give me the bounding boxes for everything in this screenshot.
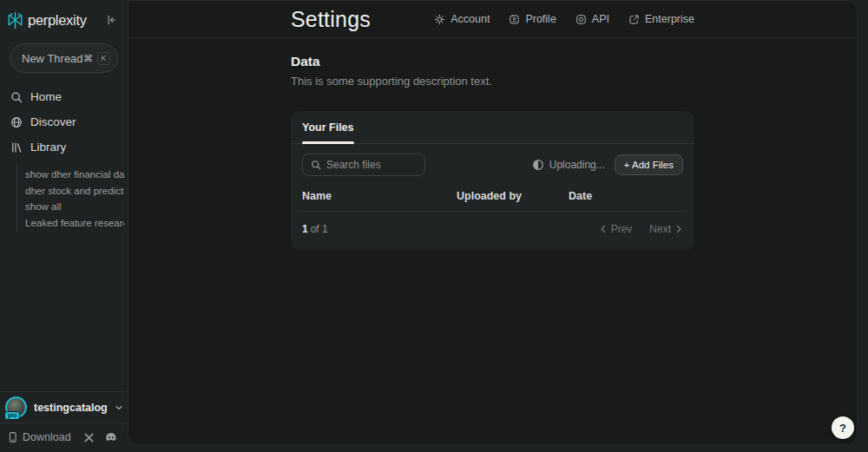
sidebar-item-discover[interactable]: Discover — [0, 109, 128, 134]
sidebar-item-label: Discover — [30, 115, 76, 128]
new-thread-label: New Thread — [22, 52, 83, 65]
active-tab-underline — [302, 141, 354, 144]
tab-label: Enterprise — [645, 13, 694, 25]
page-info: 1of 1 — [302, 223, 328, 235]
sidebar-item-label: Library — [30, 141, 66, 154]
main-panel: Settings Account — [128, 0, 858, 445]
page-count: of 1 — [311, 223, 328, 235]
search-icon — [311, 160, 321, 170]
thread-item[interactable]: show all — [25, 199, 124, 215]
next-page-button[interactable]: Next — [649, 223, 683, 235]
tab-profile[interactable]: Profile — [509, 13, 556, 25]
brand-wordmark[interactable]: perplexity — [28, 12, 87, 29]
page-title: Settings — [291, 7, 371, 32]
sidebar-nav: Home Discover Library — [0, 84, 128, 160]
avatar: pro — [5, 396, 27, 418]
files-controls: Uploading... + Add Files — [291, 144, 694, 185]
brand-row: perplexity — [0, 7, 128, 33]
files-table-header: Name Uploaded by Date — [291, 185, 694, 211]
prev-label: Prev — [611, 223, 633, 235]
add-files-button[interactable]: + Add Files — [615, 154, 683, 175]
chevron-down-icon — [115, 403, 123, 412]
sidebar-item-label: Home — [30, 90, 62, 103]
next-label: Next — [649, 223, 671, 235]
tab-your-files[interactable]: Your Files — [302, 111, 354, 143]
uploading-label: Uploading... — [549, 159, 605, 171]
cmd-key: ⌘ — [83, 53, 93, 64]
tab-enterprise[interactable]: Enterprise — [628, 13, 694, 25]
uploading-status: Uploading... — [532, 159, 605, 171]
sidebar-footer: Download — [0, 423, 128, 452]
uploading-progress-icon — [532, 159, 544, 171]
profile-card-icon — [509, 14, 520, 25]
files-card: Your Files — [291, 111, 694, 250]
section-title: Data — [291, 54, 694, 69]
settings-body: Data This is some supporting description… — [128, 38, 857, 250]
chevron-left-icon — [599, 225, 608, 233]
tab-label: Account — [450, 13, 490, 25]
help-button[interactable]: ? — [832, 416, 854, 439]
x-twitter-icon[interactable] — [84, 433, 94, 442]
download-label: Download — [23, 431, 71, 443]
keyboard-shortcut: ⌘ K — [83, 52, 110, 65]
username: testingcatalog — [34, 402, 108, 414]
tab-label: API — [592, 13, 609, 25]
api-icon — [575, 14, 587, 25]
current-page: 1 — [302, 223, 308, 235]
external-link-icon — [628, 14, 640, 25]
library-icon — [10, 141, 23, 154]
phone-icon — [7, 431, 18, 443]
search-files-input[interactable] — [326, 159, 417, 171]
gear-icon — [434, 14, 445, 25]
tab-your-files-label: Your Files — [302, 121, 354, 134]
column-header-date[interactable]: Date — [569, 190, 683, 202]
tab-api[interactable]: API — [575, 13, 609, 25]
settings-header: Settings Account — [128, 1, 857, 38]
settings-tab-nav: Account Profile — [434, 13, 694, 25]
search-icon — [10, 91, 23, 103]
thread-history-list: show dher financial data dher stock and … — [16, 165, 124, 233]
column-header-uploaded-by[interactable]: Uploaded by — [457, 190, 569, 202]
collapse-sidebar-icon[interactable] — [105, 14, 117, 26]
account-menu[interactable]: pro testingcatalog — [0, 391, 128, 423]
sidebar-item-home[interactable]: Home — [0, 84, 128, 109]
perplexity-logo-icon[interactable] — [5, 10, 25, 30]
column-header-name[interactable]: Name — [302, 190, 457, 202]
tab-account[interactable]: Account — [434, 13, 490, 25]
discord-icon[interactable] — [105, 432, 117, 442]
new-thread-button[interactable]: New Thread ⌘ K — [10, 43, 118, 73]
files-tabs: Your Files — [291, 111, 694, 144]
pro-badge: pro — [4, 411, 20, 421]
sidebar-spacer — [0, 233, 128, 391]
globe-icon — [10, 116, 23, 128]
sidebar-item-library[interactable]: Library — [0, 134, 128, 160]
tab-label: Profile — [525, 13, 556, 25]
thread-item[interactable]: Leaked feature research — [25, 215, 124, 232]
thread-item[interactable]: show dher financial data — [25, 167, 124, 183]
thread-item[interactable]: dher stock and predictio… — [25, 183, 124, 200]
prev-page-button[interactable]: Prev — [599, 223, 633, 235]
section-description: This is some supporting description text… — [291, 75, 694, 88]
chevron-right-icon — [674, 225, 683, 233]
k-key: K — [97, 52, 110, 65]
sidebar: perplexity New Thread ⌘ K Home — [0, 0, 128, 452]
social-icons — [84, 432, 117, 442]
files-pagination: 1of 1 Prev Next — [291, 212, 694, 250]
download-button[interactable]: Download — [7, 431, 71, 443]
search-files-box[interactable] — [302, 154, 425, 176]
